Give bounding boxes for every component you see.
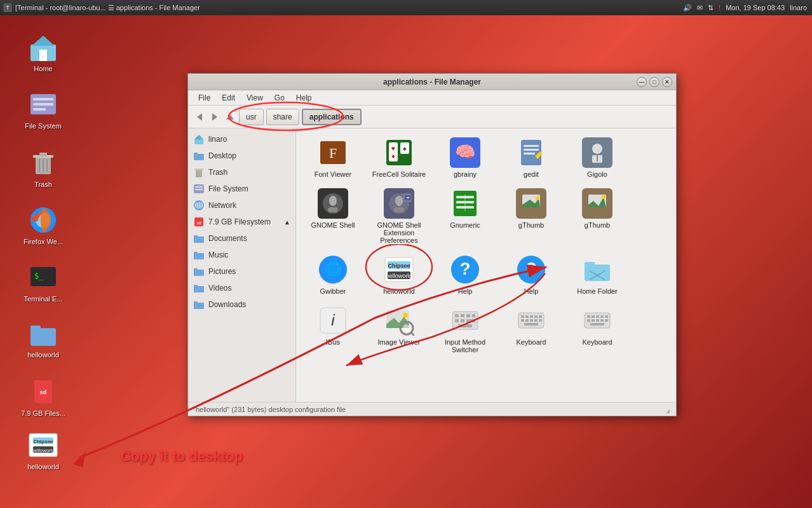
desktop-icon-firefox[interactable]: Firefox We... bbox=[18, 205, 69, 245]
sidebar-item-trash[interactable]: Trash bbox=[188, 164, 295, 181]
maximize-button[interactable]: □ bbox=[649, 77, 660, 87]
svg-marker-28 bbox=[197, 113, 202, 121]
svg-rect-139 bbox=[596, 315, 599, 318]
desktop-icon-helloworld-folder[interactable]: helloworld bbox=[18, 318, 69, 359]
svg-rect-144 bbox=[596, 319, 599, 322]
close-button[interactable]: ✕ bbox=[662, 77, 672, 87]
sidebar-item-device[interactable]: sd 7.9 GB Filesystem ▲ bbox=[188, 214, 295, 230]
desktop-icon-trash[interactable]: Trash bbox=[18, 148, 69, 188]
svg-text:sd: sd bbox=[40, 389, 47, 395]
up-icon[interactable] bbox=[224, 111, 236, 123]
file-item-gthumb2[interactable]: gThumb bbox=[565, 184, 629, 248]
minimize-button[interactable]: — bbox=[637, 77, 647, 87]
back-icon[interactable] bbox=[193, 111, 206, 123]
window-titlebar: applications - File Manager — □ ✕ bbox=[188, 74, 676, 90]
sidebar-folder-icon-downloads bbox=[193, 299, 205, 310]
file-item-gthumb1[interactable]: gThumb bbox=[499, 184, 563, 248]
sidebar-item-videos[interactable]: Videos bbox=[188, 280, 295, 296]
gthumb2-label: gThumb bbox=[585, 221, 610, 229]
sidebar-network-label: Network bbox=[208, 201, 236, 210]
keyboard2-label: Keyboard bbox=[582, 338, 612, 346]
svg-rect-49 bbox=[194, 252, 198, 254]
keyboard2-icon bbox=[582, 305, 612, 336]
path-btn-applications[interactable]: applications bbox=[302, 109, 362, 125]
file-item-input-method[interactable]: Input Method Switcher bbox=[433, 301, 497, 357]
path-btn-usr[interactable]: usr bbox=[239, 109, 264, 125]
sidebar-item-documents[interactable]: Documents bbox=[188, 230, 295, 247]
gedit-icon bbox=[516, 137, 546, 168]
svg-rect-37 bbox=[194, 168, 203, 170]
desktop-icon-home[interactable]: Home bbox=[18, 32, 69, 72]
menu-view[interactable]: View bbox=[241, 92, 268, 104]
file-item-gigolo[interactable]: Gigolo bbox=[565, 134, 629, 182]
desktop-icon-terminal[interactable]: $_ Terminal E... bbox=[18, 262, 69, 303]
svg-text:helloworld: helloworld bbox=[32, 448, 55, 453]
svg-rect-135 bbox=[524, 323, 538, 326]
file-item-keyboard2[interactable]: Keyboard bbox=[565, 301, 629, 357]
font-viewer-label: Font Viewer bbox=[315, 170, 352, 178]
toolbar: usr share applications bbox=[188, 106, 676, 128]
svg-rect-118 bbox=[466, 314, 470, 317]
file-item-help2[interactable]: ? Help bbox=[499, 251, 563, 299]
helloworld-folder-icon bbox=[28, 318, 58, 348]
svg-point-91 bbox=[602, 195, 606, 199]
sidebar-device-icon: sd bbox=[193, 216, 205, 228]
sidebar-home-icon bbox=[193, 134, 205, 145]
file-item-gwibber[interactable]: 🌐 Gwibber bbox=[301, 251, 365, 299]
file-item-ibus[interactable]: i IBus bbox=[301, 301, 365, 357]
taskbar-datetime: Mon, 19 Sep 08:43 bbox=[726, 4, 785, 11]
svg-line-114 bbox=[411, 333, 414, 336]
menu-file[interactable]: File bbox=[193, 92, 215, 104]
menu-go[interactable]: Go bbox=[269, 92, 290, 104]
file-item-gnumeric[interactable]: Gnumeric bbox=[433, 184, 497, 248]
desktop-icon-sd[interactable]: sd 7.9 GB Files... bbox=[18, 376, 69, 417]
menu-edit[interactable]: Edit bbox=[217, 92, 240, 104]
sidebar-item-linaro[interactable]: linaro bbox=[188, 131, 295, 148]
sidebar-device-label: 7.9 GB Filesystem bbox=[208, 217, 271, 226]
desktop-icon-filesystem[interactable]: File System bbox=[18, 89, 69, 130]
freecell-icon: ♥ ♠ ♦ bbox=[384, 137, 414, 168]
svg-rect-138 bbox=[592, 315, 595, 318]
gnumeric-label: Gnumeric bbox=[450, 221, 480, 229]
gigolo-icon bbox=[582, 137, 612, 168]
file-item-gnome-ext[interactable]: GNOME Shell Extension Preferences bbox=[367, 184, 431, 248]
sidebar-item-network[interactable]: Network bbox=[188, 197, 295, 214]
file-item-home-folder[interactable]: Home Folder bbox=[565, 251, 629, 299]
svg-marker-29 bbox=[212, 113, 217, 121]
svg-rect-8 bbox=[33, 108, 46, 111]
file-item-gbrainy[interactable]: 🧠 gbrainy bbox=[433, 134, 497, 182]
sidebar-item-downloads[interactable]: Downloads bbox=[188, 296, 295, 313]
taskbar-alert-icon: ! bbox=[719, 4, 721, 11]
svg-rect-141 bbox=[605, 315, 608, 318]
svg-rect-127 bbox=[530, 315, 533, 318]
file-item-freecell[interactable]: ♥ ♠ ♦ FreeCell Solitaire bbox=[367, 134, 431, 182]
svg-text:F: F bbox=[329, 145, 337, 161]
sidebar-device-eject[interactable]: ▲ bbox=[284, 219, 290, 226]
sidebar-item-desktop[interactable]: Desktop bbox=[188, 148, 295, 164]
forward-icon[interactable] bbox=[208, 111, 221, 123]
svg-rect-146 bbox=[605, 319, 608, 322]
file-item-font-viewer[interactable]: F Font Viewer bbox=[301, 134, 365, 182]
file-item-image-viewer[interactable]: Image Viewer bbox=[367, 301, 431, 357]
file-item-gnome-shell[interactable]: GNOME Shell bbox=[301, 184, 365, 248]
menu-help[interactable]: Help bbox=[291, 92, 317, 104]
sidebar-item-pictures[interactable]: Pictures bbox=[188, 263, 295, 280]
taskbar-right: 🔊 ✉ ⇅ ! Mon, 19 Sep 08:43 linaro bbox=[683, 4, 812, 12]
path-btn-share[interactable]: share bbox=[266, 109, 299, 125]
svg-marker-30 bbox=[226, 114, 234, 120]
sidebar-folder-icon-desktop bbox=[193, 150, 205, 161]
svg-rect-105 bbox=[585, 262, 595, 267]
svg-rect-121 bbox=[461, 319, 464, 322]
sidebar-trash-label: Trash bbox=[208, 168, 227, 177]
sidebar-downloads-label: Downloads bbox=[208, 300, 246, 309]
svg-text:sd: sd bbox=[196, 221, 201, 225]
svg-point-113 bbox=[403, 324, 410, 332]
file-item-help1[interactable]: ? Help bbox=[433, 251, 497, 299]
sidebar-item-music[interactable]: Music bbox=[188, 247, 295, 263]
file-item-helloworld[interactable]: Chipsee helloworld helloworld bbox=[367, 251, 431, 299]
desktop-icon-helloworld-app[interactable]: Chipsee helloworld helloworld bbox=[18, 430, 69, 470]
sidebar-item-filesystem[interactable]: File System bbox=[188, 181, 295, 197]
file-item-gedit[interactable]: gedit bbox=[499, 134, 563, 182]
sidebar-filesystem-icon bbox=[193, 183, 205, 195]
file-item-keyboard1[interactable]: Keyboard bbox=[499, 301, 563, 357]
